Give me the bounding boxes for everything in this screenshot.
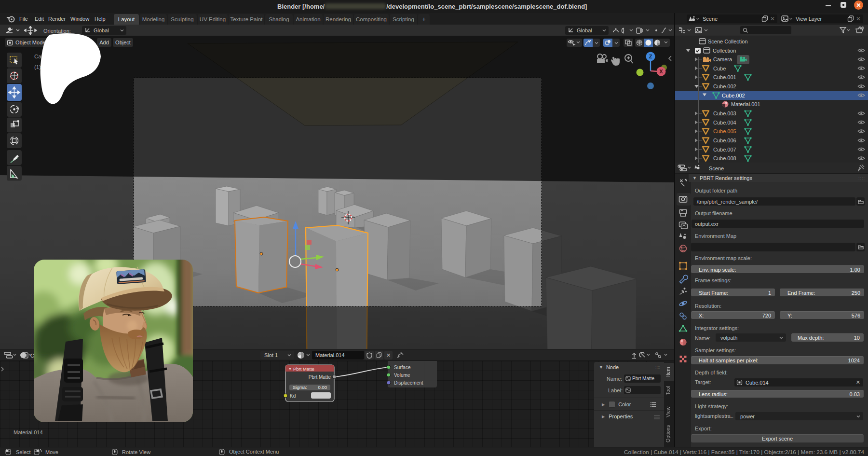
svg-text:Cube.005: Cube.005 — [713, 128, 736, 134]
svg-text:0.00: 0.00 — [318, 385, 327, 390]
svg-text:Surface: Surface — [394, 365, 411, 370]
svg-text:Volume: Volume — [394, 373, 410, 378]
svg-text:Cube.008: Cube.008 — [713, 155, 736, 161]
svg-text:Cube.006: Cube.006 — [713, 138, 736, 143]
svg-text:Cube.001: Cube.001 — [713, 74, 736, 80]
svg-text:Kd: Kd — [290, 393, 296, 399]
svg-text:Sigma:: Sigma: — [293, 385, 307, 390]
svg-text:Scene Collection: Scene Collection — [708, 39, 748, 44]
svg-text:Pbrt Matte: Pbrt Matte — [309, 374, 331, 380]
svg-text:Cube.007: Cube.007 — [713, 147, 736, 152]
svg-text:Cube.004: Cube.004 — [713, 120, 736, 125]
svg-text:Cube.003: Cube.003 — [713, 111, 736, 116]
svg-text:Cube: Cube — [713, 66, 726, 71]
svg-text:X: X — [659, 69, 663, 74]
svg-text:Camera: Camera — [713, 56, 732, 62]
svg-text:Pbrt Matte: Pbrt Matte — [293, 366, 314, 372]
svg-text:Displacement: Displacement — [394, 380, 423, 386]
svg-text:Material.014: Material.014 — [14, 429, 43, 435]
svg-text:Material.001: Material.001 — [731, 101, 760, 107]
svg-text:Cube.002: Cube.002 — [713, 83, 736, 89]
svg-text:Cube.002: Cube.002 — [722, 93, 745, 98]
svg-text:Z: Z — [649, 54, 652, 59]
svg-text:Collection: Collection — [713, 48, 736, 54]
